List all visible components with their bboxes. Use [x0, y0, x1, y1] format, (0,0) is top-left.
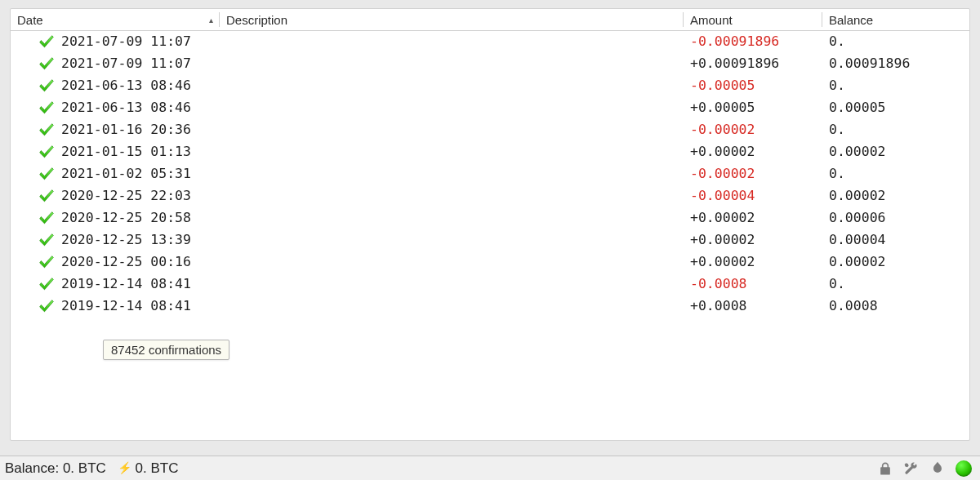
sort-indicator-icon: ▴	[209, 16, 213, 24]
column-header-balance-label: Balance	[829, 13, 873, 27]
status-balance: Balance: 0. BTC	[5, 460, 106, 477]
row-balance: 0.	[822, 277, 969, 291]
row-date: 2020-12-25 22:03	[61, 189, 191, 203]
table-row[interactable]: 2021-06-13 08:46-0.000050.	[11, 75, 969, 97]
row-date: 2019-12-14 08:41	[61, 277, 191, 291]
row-date: 2019-12-14 08:41	[61, 299, 191, 313]
table-row[interactable]: 2019-12-14 08:41+0.00080.0008	[11, 296, 969, 318]
row-balance: 0.	[822, 34, 969, 49]
row-amount: +0.00002	[684, 255, 822, 269]
table-row[interactable]: 2020-12-25 20:58+0.000020.00006	[11, 207, 969, 229]
confirmed-check-icon	[38, 56, 55, 73]
status-balance-value: 0. BTC	[63, 460, 106, 476]
table-row[interactable]: 2021-01-02 05:31-0.000020.	[11, 163, 969, 185]
table-row[interactable]: 2020-12-25 22:03-0.000040.00002	[11, 185, 969, 207]
column-header-description-label: Description	[226, 13, 287, 27]
row-amount: +0.00005	[684, 100, 822, 115]
confirmed-check-icon	[38, 255, 55, 271]
row-amount: +0.00002	[684, 144, 822, 159]
row-balance: 0.00002	[822, 255, 969, 269]
confirmed-check-icon	[38, 34, 55, 51]
row-balance: 0.00002	[822, 144, 969, 159]
confirmed-check-icon	[38, 277, 55, 293]
confirmed-check-icon	[38, 78, 55, 95]
column-header-amount[interactable]: Amount	[684, 9, 822, 30]
row-amount: -0.00091896	[684, 34, 822, 49]
confirmed-check-icon	[38, 233, 55, 249]
row-balance: 0.	[822, 122, 969, 137]
row-amount: +0.00091896	[684, 56, 822, 71]
status-lightning: ⚡ 0. BTC	[118, 460, 179, 477]
row-amount: +0.00002	[684, 211, 822, 225]
row-amount: -0.00002	[684, 122, 822, 137]
row-date: 2020-12-25 13:39	[61, 233, 191, 247]
row-balance: 0.00005	[822, 100, 969, 115]
status-lightning-value: 0. BTC	[136, 460, 179, 476]
row-amount: -0.00004	[684, 189, 822, 203]
row-balance: 0.0008	[822, 299, 969, 313]
row-date: 2021-01-16 20:36	[61, 122, 191, 137]
row-amount: -0.00002	[684, 167, 822, 181]
row-date: 2021-01-02 05:31	[61, 167, 191, 181]
row-amount: +0.0008	[684, 299, 822, 313]
table-row[interactable]: 2020-12-25 13:39+0.000020.00004	[11, 229, 969, 251]
table-row[interactable]: 2020-12-25 00:16+0.000020.00002	[11, 251, 969, 273]
lock-icon[interactable]	[877, 460, 893, 477]
status-balance-label: Balance:	[5, 460, 59, 476]
row-balance: 0.	[822, 78, 969, 93]
confirmed-check-icon	[38, 211, 55, 227]
table-row[interactable]: 2019-12-14 08:41-0.00080.	[11, 273, 969, 296]
preferences-icon[interactable]	[903, 460, 920, 477]
confirmations-tooltip-text: 87452 confirmations	[111, 343, 221, 357]
network-status-icon[interactable]	[956, 460, 972, 477]
confirmed-check-icon	[38, 299, 55, 315]
table-row[interactable]: 2021-01-16 20:36-0.000020.	[11, 119, 969, 141]
row-balance: 0.00091896	[822, 56, 969, 71]
column-header[interactable]: Date ▴ Description Amount Balance	[11, 9, 969, 31]
row-amount: -0.0008	[684, 277, 822, 291]
table-row[interactable]: 2021-07-09 11:07-0.000918960.	[11, 31, 969, 53]
column-header-date-label: Date	[17, 13, 43, 27]
column-header-date[interactable]: Date ▴	[11, 9, 220, 30]
seed-icon[interactable]	[929, 460, 946, 477]
row-amount: +0.00002	[684, 233, 822, 247]
status-bar: Balance: 0. BTC ⚡ 0. BTC	[0, 456, 980, 480]
table-row[interactable]: 2021-01-15 01:13+0.000020.00002	[11, 141, 969, 163]
confirmed-check-icon	[38, 189, 55, 205]
column-header-balance[interactable]: Balance	[822, 9, 969, 30]
confirmed-check-icon	[38, 144, 55, 161]
confirmed-check-icon	[38, 100, 55, 117]
row-date: 2021-01-15 01:13	[61, 144, 191, 159]
row-date: 2021-07-09 11:07	[61, 56, 191, 71]
row-date: 2020-12-25 20:58	[61, 211, 191, 225]
history-panel: Date ▴ Description Amount Balance 2021-0…	[10, 8, 970, 441]
confirmed-check-icon	[38, 122, 55, 139]
column-header-amount-label: Amount	[690, 13, 733, 27]
confirmations-tooltip: 87452 confirmations	[103, 340, 229, 360]
row-date: 2021-06-13 08:46	[61, 78, 191, 93]
confirmed-check-icon	[38, 167, 55, 183]
row-balance: 0.00004	[822, 233, 969, 247]
row-balance: 0.	[822, 167, 969, 181]
column-header-description[interactable]: Description	[220, 9, 684, 30]
transaction-list: 2021-07-09 11:07-0.000918960. 2021-07-09…	[11, 31, 969, 318]
row-date: 2021-07-09 11:07	[61, 34, 191, 49]
row-balance: 0.00006	[822, 211, 969, 225]
row-date: 2020-12-25 00:16	[61, 255, 191, 269]
row-date: 2021-06-13 08:46	[61, 100, 191, 115]
row-balance: 0.00002	[822, 189, 969, 203]
row-amount: -0.00005	[684, 78, 822, 93]
lightning-icon: ⚡	[118, 461, 131, 474]
table-row[interactable]: 2021-06-13 08:46+0.000050.00005	[11, 97, 969, 119]
table-row[interactable]: 2021-07-09 11:07+0.000918960.00091896	[11, 53, 969, 75]
